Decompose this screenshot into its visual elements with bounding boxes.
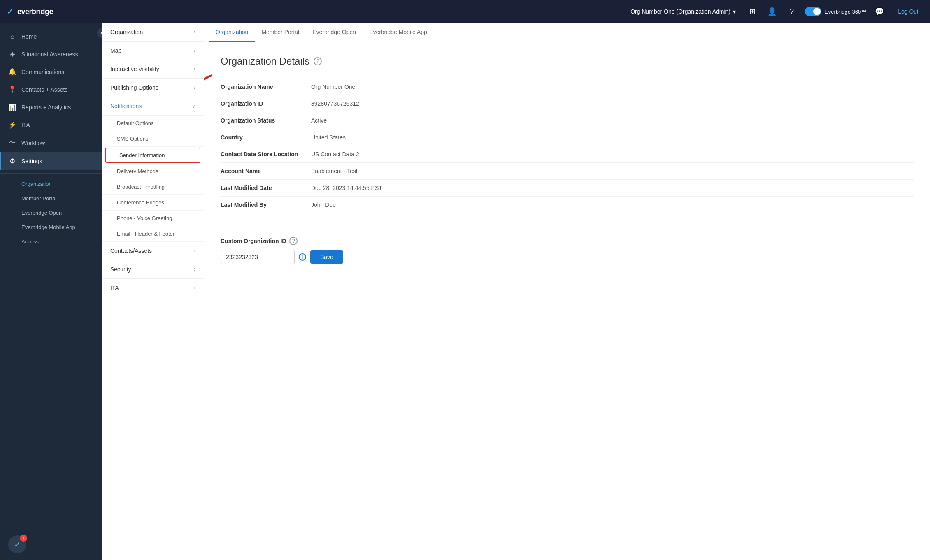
nav-sub-conference-bridges[interactable]: Conference Bridges bbox=[102, 195, 204, 211]
avatar[interactable]: ✓ 7 bbox=[8, 535, 26, 553]
chevron-right-icon-5: › bbox=[194, 248, 195, 254]
reports-icon: 📊 bbox=[8, 103, 16, 111]
chevron-right-icon-6: › bbox=[194, 266, 195, 272]
nav-item-map-label: Map bbox=[110, 47, 121, 54]
home-icon: ⌂ bbox=[8, 33, 16, 40]
tab-everbridge-mobile-app[interactable]: Everbridge Mobile App bbox=[363, 23, 434, 42]
tab-member-portal[interactable]: Member Portal bbox=[255, 23, 306, 42]
nav-item-organization[interactable]: Organization › bbox=[102, 23, 204, 42]
settings-icon: ⚙ bbox=[8, 157, 16, 165]
chat-icon[interactable]: 💬 bbox=[873, 5, 886, 18]
nav-sub-conference-label: Conference Bridges bbox=[117, 199, 164, 206]
nav-item-ita[interactable]: ITA › bbox=[102, 279, 204, 297]
table-row: Last Modified Date Dec 28, 2023 14:44:55… bbox=[221, 180, 914, 197]
sidebar-item-home[interactable]: ⌂ Home bbox=[0, 28, 102, 45]
sidebar-item-settings[interactable]: ⚙ Settings bbox=[0, 152, 102, 170]
main-content: Organization Details ? Organization Name… bbox=[204, 42, 930, 560]
notification-badge: 7 bbox=[20, 535, 27, 542]
custom-org-label: Custom Organization ID ? bbox=[221, 237, 914, 245]
sidebar-item-contacts-assets[interactable]: 📍 Contacts + Assets bbox=[0, 81, 102, 98]
nav-item-contacts-assets[interactable]: Contacts/Assets › bbox=[102, 242, 204, 260]
help-icon[interactable]: ? bbox=[785, 5, 798, 18]
situational-awareness-icon: ◈ bbox=[8, 50, 16, 58]
communications-icon: 🔔 bbox=[8, 68, 16, 76]
nav-item-ita-label: ITA bbox=[110, 285, 119, 291]
nav-item-security[interactable]: Security › bbox=[102, 260, 204, 279]
sidebar-sub-org-label: Organization bbox=[21, 181, 52, 187]
field-label: Contact Data Store Location bbox=[221, 146, 311, 163]
sidebar-item-reports-label: Reports + Analytics bbox=[21, 104, 71, 111]
nav-sub-sms-label: SMS Options bbox=[117, 136, 149, 142]
nav-item-notifications[interactable]: Notifications ∨ bbox=[102, 97, 204, 116]
user-icon[interactable]: 👤 bbox=[765, 5, 779, 18]
nav-sub-default-label: Default Options bbox=[117, 120, 154, 126]
field-label: Account Name bbox=[221, 163, 311, 180]
ita-icon: ⚡ bbox=[8, 121, 16, 129]
custom-org-help-icon[interactable]: ? bbox=[289, 237, 298, 245]
chevron-right-icon-2: › bbox=[194, 48, 195, 53]
nav-sub-sender-information[interactable]: Sender Information bbox=[105, 148, 200, 163]
sidebar-sub-item-access[interactable]: Access bbox=[0, 234, 102, 249]
left-sidebar: « ⌂ Home ◈ Situational Awareness 🔔 Commu… bbox=[0, 23, 102, 560]
tab-eo-label: Everbridge Open bbox=[312, 29, 356, 35]
sidebar-nav: ⌂ Home ◈ Situational Awareness 🔔 Communi… bbox=[0, 23, 102, 529]
field-value: Dec 28, 2023 14:44:55 PST bbox=[311, 180, 914, 197]
chevron-right-icon-7: › bbox=[194, 285, 195, 291]
nav-item-ca-label: Contacts/Assets bbox=[110, 248, 152, 254]
content-nav: Organization › Map › Interactive Visibil… bbox=[102, 23, 204, 560]
nav-sub-phone-voice-greeting[interactable]: Phone - Voice Greeting bbox=[102, 211, 204, 226]
table-row: Organization Status Active bbox=[221, 112, 914, 129]
nav-sub-phone-label: Phone - Voice Greeting bbox=[117, 215, 172, 221]
nav-sub-sms-options[interactable]: SMS Options bbox=[102, 131, 204, 147]
nav-sub-delivery-methods[interactable]: Delivery Methods bbox=[102, 164, 204, 179]
field-label: Last Modified Date bbox=[221, 180, 311, 197]
sidebar-item-reports-analytics[interactable]: 📊 Reports + Analytics bbox=[0, 98, 102, 116]
content-tabs: Organization Member Portal Everbridge Op… bbox=[204, 23, 930, 42]
page-help-icon[interactable]: ? bbox=[314, 57, 322, 65]
sidebar-item-ita-label: ITA bbox=[21, 122, 30, 128]
field-value: 892807736725312 bbox=[311, 95, 914, 112]
chevron-down-icon-2: ∨ bbox=[192, 103, 195, 109]
tab-organization[interactable]: Organization bbox=[209, 23, 255, 42]
info-icon[interactable]: i bbox=[299, 253, 306, 261]
nav-sub-default-options[interactable]: Default Options bbox=[102, 116, 204, 131]
sidebar-sub-item-everbridge-open[interactable]: Everbridge Open bbox=[0, 206, 102, 220]
table-row: Organization Name Org Number One bbox=[221, 79, 914, 95]
sidebar-item-settings-label: Settings bbox=[21, 158, 42, 164]
org-selector[interactable]: Org Number One (Organization Admin) ▾ bbox=[625, 6, 741, 17]
sidebar-item-ita[interactable]: ⚡ ITA bbox=[0, 116, 102, 134]
custom-org-input[interactable] bbox=[221, 250, 295, 264]
grid-icon[interactable]: ⊞ bbox=[746, 5, 759, 18]
field-label: Country bbox=[221, 129, 311, 146]
sidebar-item-situational-awareness[interactable]: ◈ Situational Awareness bbox=[0, 45, 102, 63]
nav-sub-email-header-footer[interactable]: Email - Header & Footer bbox=[102, 226, 204, 242]
sidebar-item-communications[interactable]: 🔔 Communications bbox=[0, 63, 102, 81]
logo-area: ✓ everbridge bbox=[7, 6, 53, 17]
nav-item-org-label: Organization bbox=[110, 29, 143, 35]
chevron-right-icon: › bbox=[194, 29, 195, 35]
sidebar-sub-eo-label: Everbridge Open bbox=[21, 210, 62, 216]
content-area: Organization Member Portal Everbridge Op… bbox=[204, 23, 930, 560]
table-row: Last Modified By John Doe bbox=[221, 197, 914, 213]
nav-item-map[interactable]: Map › bbox=[102, 42, 204, 60]
nav-item-interactive-visibility[interactable]: Interactive Visibility › bbox=[102, 60, 204, 79]
nav-item-notif-label: Notifications bbox=[110, 103, 142, 109]
nav-sub-email-label: Email - Header & Footer bbox=[117, 231, 174, 237]
nav-item-publishing-options[interactable]: Publishing Options › bbox=[102, 79, 204, 97]
sidebar-sub-item-member-portal[interactable]: Member Portal bbox=[0, 191, 102, 206]
save-button[interactable]: Save bbox=[310, 250, 343, 264]
sidebar-sub-item-everbridge-mobile[interactable]: Everbridge Mobile App bbox=[0, 220, 102, 234]
logout-button[interactable]: Log Out bbox=[893, 6, 923, 17]
chevron-right-icon-3: › bbox=[194, 66, 195, 72]
toggle-area: Everbridge 360™ bbox=[805, 7, 866, 16]
everbridge-360-toggle[interactable] bbox=[805, 7, 821, 16]
sidebar-item-workflow[interactable]: 〜 Workflow bbox=[0, 134, 102, 152]
sidebar-sub-em-label: Everbridge Mobile App bbox=[21, 224, 75, 230]
nav-sub-broadcast-label: Broadcast Throttling bbox=[117, 184, 165, 190]
table-row: Organization ID 892807736725312 bbox=[221, 95, 914, 112]
nav-sub-broadcast-throttling[interactable]: Broadcast Throttling bbox=[102, 179, 204, 195]
custom-org-label-text: Custom Organization ID bbox=[221, 238, 286, 244]
field-value: Org Number One bbox=[311, 79, 914, 95]
tab-everbridge-open[interactable]: Everbridge Open bbox=[306, 23, 363, 42]
sidebar-sub-item-organization[interactable]: Organization bbox=[0, 177, 102, 191]
